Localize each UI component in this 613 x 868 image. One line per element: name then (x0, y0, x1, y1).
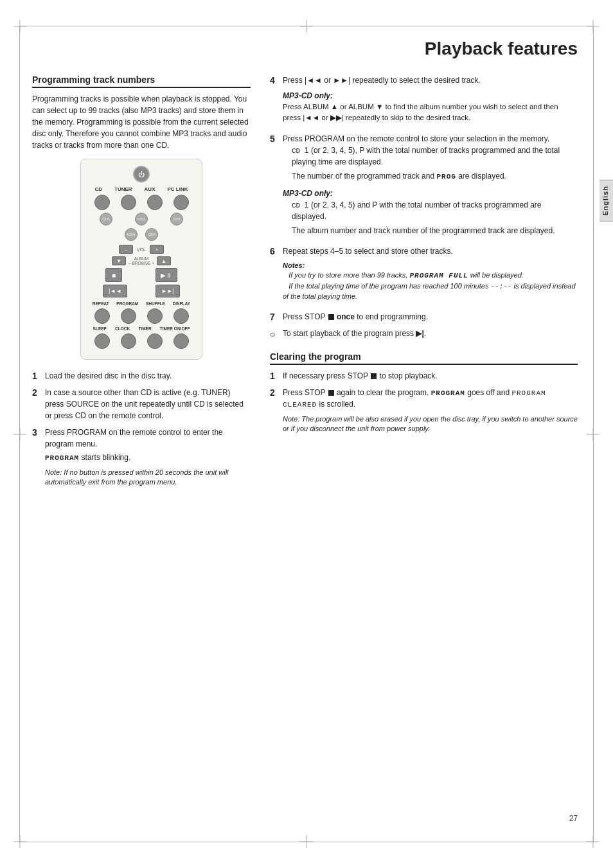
step3-note: Note: If no button is pressed within 20 … (45, 468, 251, 488)
step6-num: 6 (270, 245, 279, 306)
program-label: PROGRAM (116, 301, 138, 306)
left-column: Programming track numbers Programming tr… (32, 75, 251, 496)
source-buttons-row (89, 195, 194, 210)
shuffle-label: SHUFFLE (146, 301, 165, 306)
clearing-step1-content: If necessary press STOP to stop playback… (283, 370, 578, 382)
clock-button[interactable] (121, 333, 136, 349)
vol-down-button[interactable]: – (119, 245, 133, 254)
step4-num: 4 (270, 75, 279, 128)
next-button[interactable]: ►►| (155, 285, 180, 297)
display-button[interactable] (173, 308, 189, 324)
step3-num: 3 (32, 427, 41, 491)
misc-labels: SLEEP CLOCK TIMER TIMER ON/OFF (89, 326, 194, 331)
step1-text: Load the desired disc in the disc tray. (45, 370, 251, 382)
cd3-button[interactable]: CD3 (170, 213, 183, 226)
mp3cd-2-heading: MP3-CD only: (283, 188, 578, 199)
album-up-button[interactable]: ▲ (157, 256, 171, 265)
transport-row: ■ ▶⏸ (89, 268, 194, 282)
step1-num: 1 (32, 370, 41, 382)
mp3cd-section-2: MP3-CD only: CD 1 (or 2, 3, 4, 5) and P … (283, 188, 578, 237)
step5-text: Press PROGRAM on the remote control to s… (283, 134, 549, 143)
mp3cd-1-text: Press ALBUM ▲ or ALBUM ▼ to find the alb… (283, 102, 578, 124)
browse-label: – BROWSE + (129, 261, 154, 265)
left-step-2: 2 In case a source other than CD is acti… (32, 387, 251, 421)
timer-onoff-button[interactable] (173, 333, 189, 349)
intro-text: Programming tracks is possible when play… (32, 93, 251, 151)
left-steps-list: 1 Load the desired disc in the disc tray… (32, 370, 251, 491)
crosshair-bottom-center (300, 835, 313, 848)
cd4-button[interactable]: CD4 (125, 228, 138, 241)
left-step-1: 1 Load the desired disc in the disc tray… (32, 370, 251, 382)
step-o-content: To start playback of the program press ▶… (283, 328, 578, 341)
right-column: 4 Press |◄◄ or ►►| repeatedly to select … (270, 75, 578, 496)
stop-icon-c2 (328, 390, 334, 396)
cd2-button[interactable]: CD2 (135, 213, 148, 226)
crosshair-bottom-left (13, 835, 26, 848)
clearing-steps-list: 1 If necessary press STOP to stop playba… (270, 370, 578, 438)
album-browse-row: ▼ ALBUM – BROWSE + ▲ (89, 256, 194, 265)
shuffle-button[interactable] (147, 308, 163, 324)
right-steps-list: 4 Press |◄◄ or ►►| repeatedly to select … (270, 75, 578, 341)
tuner-button[interactable] (121, 195, 136, 210)
pclink-label: PC LINK (167, 186, 188, 192)
repeat-label: REPEAT (93, 301, 109, 306)
step4-text: Press |◄◄ or ►►| repeatedly to select th… (283, 76, 481, 85)
step3-content: Press PROGRAM on the remote control to e… (45, 427, 251, 491)
pclink-button[interactable] (173, 195, 189, 210)
clearing-step-2: 2 Press STOP again to clear the program.… (270, 387, 578, 438)
timer-button[interactable] (147, 333, 163, 349)
vol-label: VOL (137, 247, 146, 252)
remote-control: ⏻ CD TUNER AUX PC LINK (80, 159, 202, 360)
album-label: ALBUM (134, 256, 148, 261)
right-step-7: 7 Press STOP once to end programming. (270, 311, 578, 323)
right-step-4: 4 Press |◄◄ or ►►| repeatedly to select … (270, 75, 578, 128)
cd1-button[interactable]: CD1 (100, 213, 112, 226)
language-tab: English (600, 180, 613, 222)
stop-icon-c1 (371, 373, 377, 379)
playpause-button[interactable]: ▶⏸ (155, 268, 177, 282)
cd-number-row: CD1 CD2 CD3 (89, 213, 194, 226)
sleep-button[interactable] (94, 333, 110, 349)
cd5-button[interactable]: CD5 (145, 228, 158, 241)
clearing-step2-num: 2 (270, 387, 279, 438)
cd-display-1: CD (292, 147, 300, 155)
crosshair-left-center (13, 428, 26, 441)
notes-heading: Notes: (283, 261, 305, 269)
function-buttons-row (89, 308, 194, 324)
stop-icon-7 (328, 314, 334, 320)
step-o-bullet: ○ (270, 328, 279, 341)
prog-display: PROG (436, 173, 456, 181)
stop-button[interactable]: ■ (105, 268, 122, 282)
clearing-step1-num: 1 (270, 370, 279, 382)
step4-content: Press |◄◄ or ►►| repeatedly to select th… (283, 75, 578, 128)
album-down-button[interactable]: ▼ (112, 256, 126, 265)
power-button[interactable]: ⏻ (133, 166, 150, 182)
misc-buttons-row (89, 333, 194, 349)
step3-sub: starts blinking. (82, 453, 131, 462)
left-section-heading: Programming track numbers (32, 75, 251, 88)
program-full: PROGRAM FULL (409, 272, 468, 279)
function-labels: REPEAT PROGRAM SHUFFLE DISPLAY (89, 301, 194, 306)
page-number: 27 (569, 814, 578, 823)
clock-label: CLOCK (115, 326, 130, 331)
cd-display-2: CD (292, 202, 300, 209)
program-cleared-label: PROGRAM CLEARED (283, 389, 546, 409)
prev-button[interactable]: |◄◄ (103, 285, 127, 297)
vol-row: – VOL + (89, 245, 194, 254)
repeat-button[interactable] (94, 308, 110, 324)
dashes-display: --:-- (490, 283, 511, 290)
cd45-row: CD4 CD5 (89, 228, 194, 241)
display-label: DISPLAY (173, 301, 191, 306)
step5-content: Press PROGRAM on the remote control to s… (283, 133, 578, 241)
two-column-layout: Programming track numbers Programming tr… (32, 75, 578, 496)
crosshair-top-right (587, 20, 600, 33)
page-title: Playback features (32, 39, 578, 63)
cd-button[interactable] (94, 195, 110, 210)
mp3cd-section-1: MP3-CD only: Press ALBUM ▲ or ALBUM ▼ to… (283, 90, 578, 124)
crosshair-right-center (587, 428, 600, 441)
skip-row: |◄◄ ►►| (89, 285, 194, 297)
aux-button[interactable] (147, 195, 163, 210)
mp3cd-2-sub1: CD 1 (or 2, 3, 4, 5) and P with the tota… (292, 199, 578, 223)
vol-up-button[interactable]: + (150, 245, 164, 254)
program-button[interactable] (121, 308, 136, 324)
